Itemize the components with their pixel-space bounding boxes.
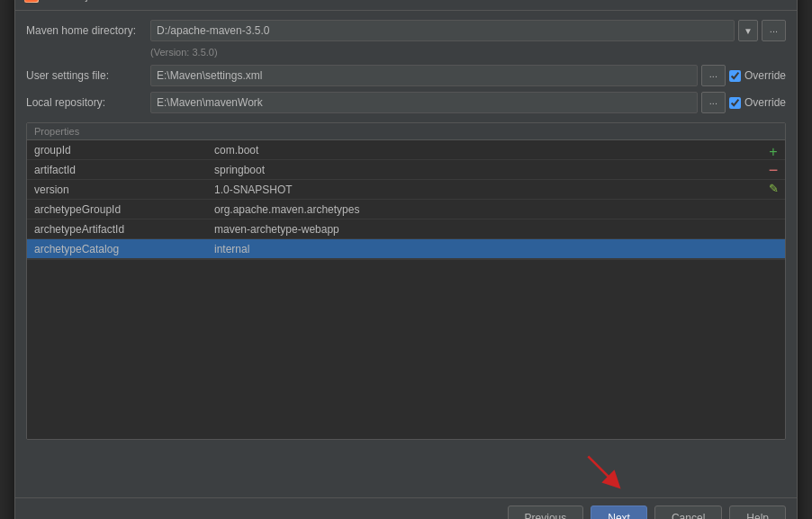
next-button[interactable]: Next — [591, 506, 647, 519]
properties-header: Properties — [27, 123, 785, 140]
table-row[interactable]: groupIdcom.boot — [27, 140, 785, 160]
table-row[interactable]: version1.0-SNAPSHOT — [27, 180, 785, 200]
next-arrow-indicator — [581, 449, 626, 494]
svg-text:N: N — [27, 0, 33, 1]
remove-property-button[interactable]: − — [765, 162, 781, 178]
local-repo-override-checkbox[interactable] — [729, 97, 741, 109]
local-repo-label: Local repository: — [26, 96, 143, 109]
maven-dropdown-button[interactable]: ▼ — [738, 20, 758, 41]
maven-browse-button[interactable]: ... — [762, 20, 786, 41]
maven-home-label: Maven home directory: — [26, 24, 143, 37]
user-settings-label: User settings file: — [26, 69, 143, 82]
prop-key: version — [34, 183, 214, 196]
prop-key: archetypeArtifactId — [34, 223, 214, 236]
user-settings-override-checkbox[interactable] — [729, 70, 741, 82]
title-bar: N New Project ✕ — [15, 0, 797, 11]
table-row[interactable]: archetypeCataloginternal — [27, 239, 785, 259]
local-repo-override-label: Override — [744, 96, 786, 109]
prop-actions: + − ✎ — [762, 140, 785, 200]
table-row[interactable]: artifactIdspringboot — [27, 160, 785, 180]
table-row[interactable]: archetypeArtifactIdmaven-archetype-webap… — [27, 219, 785, 239]
user-settings-row: User settings file: ... Override — [26, 65, 786, 86]
prop-key: artifactId — [34, 164, 214, 176]
user-settings-override-label: Override — [744, 69, 786, 82]
maven-version-text: (Version: 3.5.0) — [26, 47, 786, 58]
properties-table: groupIdcom.bootartifactIdspringbootversi… — [27, 140, 785, 259]
prop-key: archetypeCatalog — [34, 243, 214, 255]
prop-val: com.boot — [214, 144, 778, 157]
new-project-dialog: N New Project ✕ Maven home directory: ▼ … — [14, 0, 798, 519]
arrow-container — [15, 449, 797, 497]
previous-button[interactable]: Previous — [508, 506, 584, 519]
properties-empty-area — [27, 259, 785, 439]
dialog-footer: Previous Next Cancel Help — [15, 497, 797, 519]
maven-home-input[interactable] — [150, 20, 735, 41]
table-row[interactable]: archetypeGroupIdorg.apache.maven.archety… — [27, 200, 785, 219]
close-button[interactable]: ✕ — [770, 0, 788, 4]
help-button[interactable]: Help — [729, 506, 786, 519]
prop-val: internal — [214, 243, 778, 255]
prop-val: maven-archetype-webapp — [214, 223, 778, 236]
app-icon: N — [24, 0, 39, 3]
user-settings-input[interactable] — [150, 65, 698, 86]
prop-key: archetypeGroupId — [34, 203, 214, 216]
dialog-title: New Project — [44, 0, 103, 2]
local-repo-row: Local repository: ... Override — [26, 92, 786, 113]
prop-val: springboot — [214, 164, 778, 176]
properties-section: Properties groupIdcom.bootartifactIdspri… — [26, 122, 786, 440]
maven-home-row: Maven home directory: ▼ ... — [26, 20, 786, 41]
svg-line-3 — [588, 456, 614, 482]
local-repo-browse-button[interactable]: ... — [701, 92, 726, 113]
cancel-button[interactable]: Cancel — [654, 506, 722, 519]
user-settings-browse-button[interactable]: ... — [701, 65, 726, 86]
add-property-button[interactable]: + — [765, 144, 781, 160]
prop-val: 1.0-SNAPSHOT — [214, 183, 778, 196]
edit-property-button[interactable]: ✎ — [765, 180, 781, 196]
prop-val: org.apache.maven.archetypes — [214, 203, 778, 216]
dialog-body: Maven home directory: ▼ ... (Version: 3.… — [15, 11, 797, 449]
prop-key: groupId — [34, 144, 214, 157]
local-repo-input[interactable] — [150, 92, 698, 113]
